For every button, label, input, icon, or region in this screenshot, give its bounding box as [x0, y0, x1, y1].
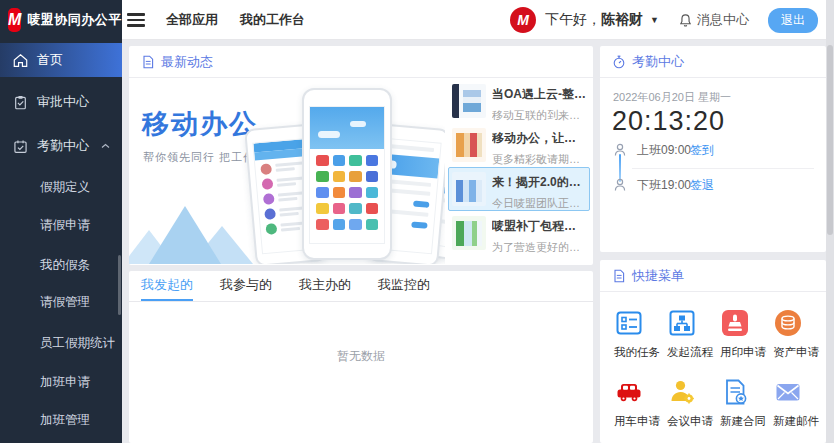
check-out-label: 下班19:00 [637, 177, 691, 194]
panel-title: 最新动态 [161, 53, 213, 71]
quick-item-vehicle-request[interactable]: 用车申请 [614, 377, 667, 429]
message-center[interactable]: 消息中心 [678, 11, 749, 29]
phone-mockup [302, 88, 392, 260]
tab-participated-by-me[interactable]: 我参与的 [220, 271, 272, 301]
attendance-icon [13, 139, 28, 154]
nav-my-workbench[interactable]: 我的工作台 [240, 11, 305, 29]
stamp-icon [720, 308, 750, 338]
news-item-selected[interactable]: 来！揭开2.0的神秘面纱- 今日唛盟团队正在加班加点， [448, 167, 590, 211]
app-logo: M 唛盟协同办公平台 [0, 0, 122, 40]
username: 陈裕财 [601, 11, 643, 27]
check-in-label: 上班09:00 [637, 142, 691, 159]
contract-icon [720, 377, 750, 407]
chevron-down-icon[interactable]: ▼ [650, 15, 659, 25]
envelope-icon [773, 377, 803, 407]
news-item[interactable]: 唛盟补丁包程序更新 为了营造更好的客户体验，唛 [448, 211, 590, 255]
task-tabs: 我发起的 我参与的 我主办的 我监控的 [129, 271, 593, 302]
sidebar-subitem-holiday-definition[interactable]: 假期定义 [0, 170, 122, 204]
tab-monitored-by-me[interactable]: 我监控的 [378, 271, 430, 301]
sidebar-subitem-overtime-request[interactable]: 加班申请 [0, 365, 122, 399]
attendance-panel: 考勤中心 2022年06月20日 星期一 20:13:20 上班09:00 签到… [600, 46, 826, 252]
banner-headline: 移动办公 [142, 106, 258, 142]
sidebar-item-approval-center[interactable]: 审批中心 [0, 85, 122, 119]
app-title: 唛盟协同办公平台 [27, 11, 135, 29]
menu-toggle-icon[interactable] [127, 13, 145, 27]
news-title: 来！揭开2.0的神秘面纱- [492, 174, 586, 191]
empty-state-text: 暂无数据 [129, 348, 593, 365]
document-icon [141, 55, 155, 69]
quick-item-label: 会议申请 [667, 414, 720, 429]
sidebar-item-label: 首页 [37, 51, 63, 69]
news-title: 移动办公，让世界触手可 [492, 130, 586, 147]
user-avatar[interactable]: M [510, 7, 536, 33]
latest-news-panel: 最新动态 移动办公 帮你领先同行 把工作带出办公室 [129, 46, 593, 265]
mountain-shape [149, 206, 221, 264]
person-gear-icon [667, 377, 697, 407]
news-title: 唛盟补丁包程序更新 [492, 218, 586, 235]
tab-initiated-by-me[interactable]: 我发起的 [141, 271, 193, 301]
quick-item-asset-request[interactable]: 资产申请 [773, 308, 826, 360]
tab-hosted-by-me[interactable]: 我主办的 [299, 271, 351, 301]
quick-item-label: 用车申请 [614, 414, 667, 429]
sidebar-scrollbar-thumb[interactable] [118, 255, 121, 315]
document-icon [612, 269, 626, 283]
news-thumbnail [452, 216, 486, 250]
news-thumbnail [452, 128, 486, 162]
phones-illustration [244, 82, 445, 264]
latest-news-header: 最新动态 [129, 46, 593, 78]
quick-item-meeting-request[interactable]: 会议申请 [667, 377, 720, 429]
task-list-icon [614, 308, 644, 338]
check-out-link[interactable]: 签退 [690, 177, 714, 194]
news-desc: 为了营造更好的客户体验，唛 [492, 240, 586, 255]
top-nav: 全部应用 我的工作台 [166, 0, 305, 40]
greeting-text: 下午好， [545, 11, 601, 27]
car-icon [614, 377, 644, 407]
sidebar-item-home[interactable]: 首页 [0, 43, 122, 77]
logo-icon: M [8, 8, 21, 32]
attendance-date: 2022年06月20日 星期一 [613, 90, 731, 105]
quick-item-my-tasks[interactable]: 我的任务 [614, 308, 667, 360]
mobile-office-banner: 移动办公 帮你领先同行 把工作带出办公室 [129, 78, 445, 264]
news-thumbnail [452, 84, 486, 118]
stopwatch-icon [612, 55, 626, 69]
check-in-link[interactable]: 签到 [690, 142, 714, 159]
sidebar-subitem-leave-request[interactable]: 请假申请 [0, 208, 122, 242]
attendance-header: 考勤中心 [600, 46, 826, 78]
quick-item-label: 资产申请 [773, 345, 826, 360]
quick-item-label: 我的任务 [614, 345, 667, 360]
quick-item-start-flow[interactable]: 发起流程 [667, 308, 720, 360]
news-desc: 更多精彩敬请期待....... [492, 152, 586, 167]
window-scrollbar-thumb[interactable] [827, 45, 833, 235]
news-list: 当OA遇上云-整个协同OA 移动互联的到来，让OA与云 移动办公，让世界触手可 … [448, 79, 590, 255]
sidebar-subitem-leave-management[interactable]: 请假管理 [0, 285, 122, 319]
quick-menu-grid: 我的任务 发起流程 用印申请 资产申请 用车申请 会议申请 新建合同 新建邮件 [600, 292, 826, 429]
panel-title: 快捷菜单 [632, 267, 684, 285]
logout-button[interactable]: 退出 [768, 8, 818, 33]
sidebar-item-label: 考勤中心 [37, 137, 89, 155]
person-icon [612, 142, 628, 158]
flowchart-icon [667, 308, 697, 338]
quick-item-label: 新建合同 [720, 414, 773, 429]
sidebar-subitem-staff-holiday-stats[interactable]: 员工假期统计 [0, 326, 122, 360]
quick-item-seal-request[interactable]: 用印申请 [720, 308, 773, 360]
home-icon [13, 53, 28, 68]
nav-all-apps[interactable]: 全部应用 [166, 11, 218, 29]
my-tasks-panel: 我发起的 我参与的 我主办的 我监控的 暂无数据 [129, 271, 593, 443]
sidebar-item-label: 审批中心 [37, 93, 89, 111]
quick-item-new-mail[interactable]: 新建邮件 [773, 377, 826, 429]
attendance-clock: 20:13:20 [612, 106, 725, 137]
news-title: 当OA遇上云-整个协同OA [492, 86, 586, 103]
news-desc: 今日唛盟团队正在加班加点， [492, 196, 586, 211]
news-item[interactable]: 移动办公，让世界触手可 更多精彩敬请期待....... [448, 123, 590, 167]
quick-menu-panel: 快捷菜单 我的任务 发起流程 用印申请 资产申请 用车申请 会议申请 新建合 [600, 260, 826, 443]
sidebar-item-attendance-center[interactable]: 考勤中心 [0, 129, 122, 163]
sidebar-subitem-overtime-management[interactable]: 加班管理 [0, 403, 122, 437]
quick-item-new-contract[interactable]: 新建合同 [720, 377, 773, 429]
user-greeting[interactable]: 下午好，陈裕财 [545, 11, 643, 29]
coins-icon [773, 308, 803, 338]
sidebar-subitem-my-leave-notes[interactable]: 我的假条 [0, 248, 122, 282]
bell-icon [678, 13, 693, 28]
top-header: M 唛盟协同办公平台 全部应用 我的工作台 M 下午好，陈裕财 ▼ 消息中心 退… [0, 0, 834, 40]
news-item[interactable]: 当OA遇上云-整个协同OA 移动互联的到来，让OA与云 [448, 79, 590, 123]
message-center-label: 消息中心 [697, 11, 749, 29]
